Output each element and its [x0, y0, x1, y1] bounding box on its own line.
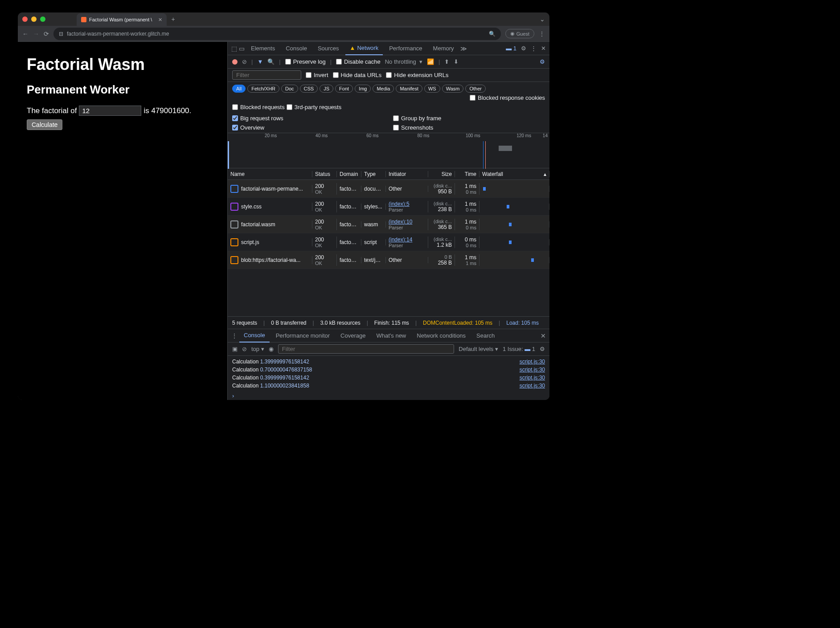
more-tabs-icon[interactable]: ≫ — [460, 45, 467, 52]
drawer-tab-whatsnew[interactable]: What's new — [372, 329, 410, 343]
col-name[interactable]: Name — [228, 171, 312, 177]
preserve-log-checkbox[interactable]: Preserve log — [285, 58, 326, 65]
screenshots-checkbox[interactable]: Screenshots — [393, 124, 545, 131]
col-waterfall[interactable]: Waterfall▴ — [479, 171, 549, 177]
drawer-tab-coverage[interactable]: Coverage — [336, 329, 370, 343]
table-row[interactable]: style.css 200OK factori... styles... (in… — [228, 198, 549, 216]
table-row[interactable]: blob:https://factorial-wa... 200OK facto… — [228, 251, 549, 269]
pill-media[interactable]: Media — [373, 85, 394, 93]
pill-fetch[interactable]: Fetch/XHR — [247, 85, 279, 93]
source-link[interactable]: script.js:30 — [520, 375, 545, 381]
table-row[interactable]: script.js 200OK factori... script (index… — [228, 233, 549, 251]
blocked-cookies-checkbox[interactable]: Blocked response cookies — [470, 94, 545, 101]
pill-manifest[interactable]: Manifest — [396, 85, 422, 93]
profile-badge[interactable]: ◉ Guest — [505, 29, 534, 38]
live-expression-icon[interactable]: ◉ — [269, 346, 274, 352]
overview-checkbox[interactable]: Overview — [232, 124, 384, 131]
context-select[interactable]: top ▾ — [251, 346, 264, 352]
pill-ws[interactable]: WS — [424, 85, 440, 93]
device-icon[interactable]: ▭ — [239, 45, 245, 52]
col-initiator[interactable]: Initiator — [386, 171, 428, 177]
console-settings-icon[interactable]: ⚙ — [540, 346, 545, 352]
site-info-icon[interactable]: ⊟ — [59, 31, 63, 37]
tab-network[interactable]: ▲Network — [345, 42, 383, 55]
log-levels-select[interactable]: Default levels ▾ — [459, 346, 498, 352]
sidebar-toggle-icon[interactable]: ▣ — [232, 346, 238, 352]
pill-font[interactable]: Font — [335, 85, 353, 93]
table-row[interactable]: factorial.wasm 200OK factori... wasm (in… — [228, 216, 549, 233]
drawer-tab-netcond[interactable]: Network conditions — [412, 329, 470, 343]
issues-link[interactable]: 1 Issue: ▬ 1 — [503, 346, 535, 352]
filter-input[interactable] — [232, 70, 301, 80]
network-settings-icon[interactable]: ⚙ — [540, 58, 545, 65]
tab-console[interactable]: Console — [281, 42, 311, 55]
blocked-requests-checkbox[interactable]: Blocked requests — [232, 104, 285, 110]
big-rows-checkbox[interactable]: Big request rows — [232, 115, 384, 122]
browser-tab[interactable]: Factorial Wasm (permanent \ ✕ — [77, 13, 167, 26]
search-icon[interactable]: 🔍 — [267, 58, 275, 65]
throttling-select[interactable]: No throttling ▾ — [385, 58, 422, 65]
table-row[interactable]: factorial-wasm-permane... 200OK factori.… — [228, 180, 549, 198]
tab-sources[interactable]: Sources — [313, 42, 344, 55]
invert-checkbox[interactable]: Invert — [306, 72, 328, 78]
pill-other[interactable]: Other — [465, 85, 486, 93]
pill-doc[interactable]: Doc — [281, 85, 298, 93]
pill-wasm[interactable]: Wasm — [442, 85, 464, 93]
more-icon[interactable]: ⋮ — [531, 45, 537, 52]
hide-extension-urls-checkbox[interactable]: Hide extension URLs — [386, 72, 448, 78]
pill-js[interactable]: JS — [320, 85, 333, 93]
tab-memory[interactable]: Memory — [429, 42, 459, 55]
back-button[interactable]: ← — [22, 30, 29, 37]
tab-overflow-icon[interactable]: ⌄ — [540, 16, 545, 23]
minimize-window-button[interactable] — [31, 16, 37, 22]
filter-icon[interactable]: ▼ — [257, 58, 263, 65]
console-prompt[interactable]: › — [228, 391, 549, 400]
drawer-menu-icon[interactable]: ⋮ — [231, 332, 238, 339]
tab-performance[interactable]: Performance — [385, 42, 426, 55]
address-bar[interactable]: ⊟ factorial-wasm-permanent-worker.glitch… — [53, 28, 501, 40]
inspect-icon[interactable]: ⬚ — [231, 45, 237, 52]
record-button[interactable] — [232, 59, 238, 65]
group-frame-checkbox[interactable]: Group by frame — [393, 115, 545, 122]
col-time[interactable]: Time — [455, 171, 479, 177]
timeline-overview[interactable]: 20 ms 40 ms 60 ms 80 ms 100 ms 120 ms 14 — [228, 133, 549, 168]
pill-all[interactable]: All — [232, 85, 246, 93]
col-domain[interactable]: Domain — [337, 171, 361, 177]
download-icon[interactable]: ⬇ — [454, 58, 459, 65]
close-drawer-icon[interactable]: ✕ — [541, 332, 546, 339]
pill-css[interactable]: CSS — [300, 85, 318, 93]
calculate-button[interactable]: Calculate — [27, 119, 62, 130]
col-type[interactable]: Type — [361, 171, 386, 177]
close-tab-icon[interactable]: ✕ — [158, 17, 162, 23]
close-window-button[interactable] — [22, 16, 28, 22]
drawer-tab-console[interactable]: Console — [239, 329, 270, 343]
upload-icon[interactable]: ⬆ — [444, 58, 449, 65]
drawer-tab-search[interactable]: Search — [472, 329, 499, 343]
source-link[interactable]: script.js:30 — [520, 383, 545, 389]
clear-button[interactable]: ⊘ — [242, 58, 247, 65]
pill-img[interactable]: Img — [355, 85, 371, 93]
factorial-input[interactable] — [79, 106, 141, 116]
forward-button[interactable]: → — [33, 30, 39, 37]
tab-elements[interactable]: Elements — [246, 42, 279, 55]
settings-icon[interactable]: ⚙ — [521, 45, 526, 52]
new-tab-button[interactable]: + — [171, 16, 175, 23]
hide-data-urls-checkbox[interactable]: Hide data URLs — [333, 72, 382, 78]
timeline-bar — [499, 146, 512, 151]
close-devtools-icon[interactable]: ✕ — [541, 45, 546, 52]
source-link[interactable]: script.js:30 — [520, 359, 545, 365]
third-party-checkbox[interactable]: 3rd-party requests — [287, 104, 342, 110]
console-filter-input[interactable] — [278, 344, 455, 354]
issues-icon[interactable]: ▬ 1 — [506, 45, 516, 52]
col-size[interactable]: Size — [428, 171, 455, 177]
menu-button[interactable]: ⋮ — [539, 30, 545, 37]
drawer-tab-perfmon[interactable]: Performance monitor — [271, 329, 334, 343]
source-link[interactable]: script.js:30 — [520, 367, 545, 373]
disable-cache-checkbox[interactable]: Disable cache — [336, 58, 381, 65]
reload-button[interactable]: ⟳ — [44, 30, 49, 37]
col-status[interactable]: Status — [312, 171, 337, 177]
clear-console-icon[interactable]: ⊘ — [242, 346, 247, 352]
network-conditions-icon[interactable]: 📶 — [427, 58, 434, 65]
maximize-window-button[interactable] — [40, 16, 45, 22]
zoom-icon[interactable]: 🔍 — [489, 31, 496, 37]
